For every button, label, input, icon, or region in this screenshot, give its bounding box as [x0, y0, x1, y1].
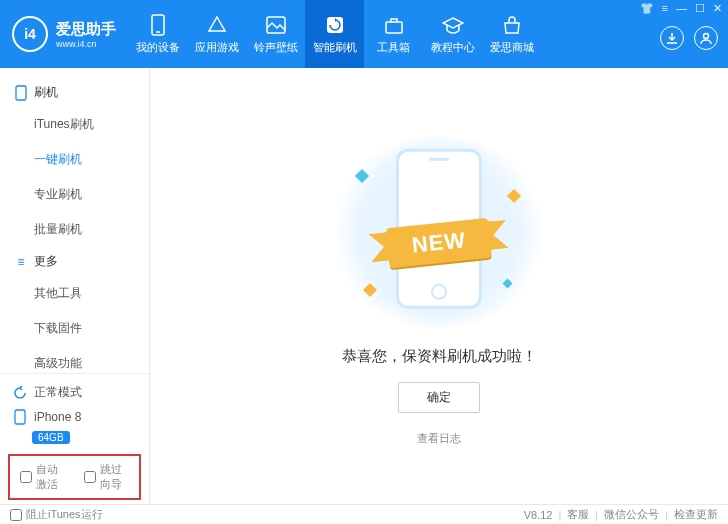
- picture-icon: [265, 14, 287, 36]
- svg-rect-6: [16, 86, 26, 100]
- nav-ringtones[interactable]: 铃声壁纸: [246, 0, 305, 68]
- svg-point-5: [704, 34, 709, 39]
- graduation-icon: [442, 14, 464, 36]
- body: 刷机 iTunes刷机 一键刷机 专业刷机 批量刷机 ≡ 更多 其他工具 下载固…: [0, 68, 728, 504]
- close-icon[interactable]: ✕: [713, 2, 722, 15]
- window-controls: 👕 ≡ — ☐ ✕: [640, 2, 722, 15]
- flash-items: iTunes刷机 一键刷机 专业刷机 批量刷机: [0, 107, 149, 247]
- sidebar-item-oneclick-flash[interactable]: 一键刷机: [34, 142, 149, 177]
- sidebar-group-more: ≡ 更多: [0, 247, 149, 276]
- footer-link-support[interactable]: 客服: [567, 507, 589, 522]
- more-items: 其他工具 下载固件 高级功能: [0, 276, 149, 373]
- sidebar-group-flash: 刷机: [0, 78, 149, 107]
- nav-flash[interactable]: 智能刷机: [305, 0, 364, 68]
- skin-icon[interactable]: 👕: [640, 2, 654, 15]
- sidebar-item-advanced[interactable]: 高级功能: [34, 346, 149, 373]
- block-itunes-checkbox[interactable]: 阻止iTunes运行: [10, 507, 103, 522]
- footer-left: 阻止iTunes运行: [10, 507, 103, 522]
- menu-icon: ≡: [14, 255, 28, 269]
- success-message: 恭喜您，保资料刷机成功啦！: [342, 347, 537, 366]
- svg-rect-7: [15, 410, 25, 424]
- sidebar-item-other-tools[interactable]: 其他工具: [34, 276, 149, 311]
- app-subtitle: www.i4.cn: [56, 39, 116, 49]
- sidebar: 刷机 iTunes刷机 一键刷机 专业刷机 批量刷机 ≡ 更多 其他工具 下载固…: [0, 68, 150, 504]
- footer-bar: 阻止iTunes运行 V8.12 | 客服 | 微信公众号 | 检查更新: [0, 504, 728, 524]
- footer-link-update[interactable]: 检查更新: [674, 507, 718, 522]
- storage-badge: 64GB: [32, 431, 70, 444]
- success-illustration: NEW: [329, 137, 549, 327]
- menu-icon[interactable]: ≡: [662, 2, 668, 15]
- minimize-icon[interactable]: —: [676, 2, 687, 15]
- nav-store[interactable]: 爱思商城: [482, 0, 541, 68]
- user-button[interactable]: [694, 26, 718, 50]
- view-log-link[interactable]: 查看日志: [417, 431, 461, 446]
- device-row[interactable]: iPhone 8: [12, 405, 137, 429]
- sidebar-item-batch-flash[interactable]: 批量刷机: [34, 212, 149, 247]
- refresh-icon: [324, 14, 346, 36]
- sidebar-item-download-firmware[interactable]: 下载固件: [34, 311, 149, 346]
- nav-bar: 我的设备 应用游戏 铃声壁纸 智能刷机 工具箱 教程中心 爱思商城: [128, 0, 541, 68]
- svg-rect-4: [386, 22, 402, 33]
- maximize-icon[interactable]: ☐: [695, 2, 705, 15]
- nav-my-device[interactable]: 我的设备: [128, 0, 187, 68]
- logo-text: 爱思助手 www.i4.cn: [56, 20, 116, 49]
- phone-icon: [147, 14, 169, 36]
- nav-apps[interactable]: 应用游戏: [187, 0, 246, 68]
- version-label: V8.12: [524, 509, 553, 521]
- sidebar-item-itunes-flash[interactable]: iTunes刷机: [34, 107, 149, 142]
- sidebar-item-pro-flash[interactable]: 专业刷机: [34, 177, 149, 212]
- header-right: [660, 26, 718, 50]
- header-bar: i4 爱思助手 www.i4.cn 我的设备 应用游戏 铃声壁纸 智能刷机 工具…: [0, 0, 728, 68]
- phone-icon: [12, 409, 28, 425]
- sidebar-scroll: 刷机 iTunes刷机 一键刷机 专业刷机 批量刷机 ≡ 更多 其他工具 下载固…: [0, 68, 149, 373]
- device-status: 正常模式 iPhone 8 64GB: [0, 373, 149, 450]
- apps-icon: [206, 14, 228, 36]
- toolbox-icon: [383, 14, 405, 36]
- logo-icon: i4: [12, 16, 48, 52]
- store-icon: [501, 14, 523, 36]
- ok-button[interactable]: 确定: [398, 382, 480, 413]
- auto-activate-checkbox[interactable]: 自动激活: [20, 462, 66, 492]
- nav-toolbox[interactable]: 工具箱: [364, 0, 423, 68]
- nav-tutorials[interactable]: 教程中心: [423, 0, 482, 68]
- download-button[interactable]: [660, 26, 684, 50]
- skip-guide-checkbox[interactable]: 跳过向导: [84, 462, 130, 492]
- footer-link-wechat[interactable]: 微信公众号: [604, 507, 659, 522]
- logo-area: i4 爱思助手 www.i4.cn: [0, 16, 128, 52]
- app-title: 爱思助手: [56, 20, 116, 39]
- main-content: NEW 恭喜您，保资料刷机成功啦！ 确定 查看日志: [150, 68, 728, 504]
- footer-right: V8.12 | 客服 | 微信公众号 | 检查更新: [524, 507, 718, 522]
- mode-row[interactable]: 正常模式: [12, 380, 137, 405]
- phone-icon: [14, 86, 28, 100]
- refresh-icon: [12, 385, 28, 401]
- options-box: 自动激活 跳过向导: [8, 454, 141, 500]
